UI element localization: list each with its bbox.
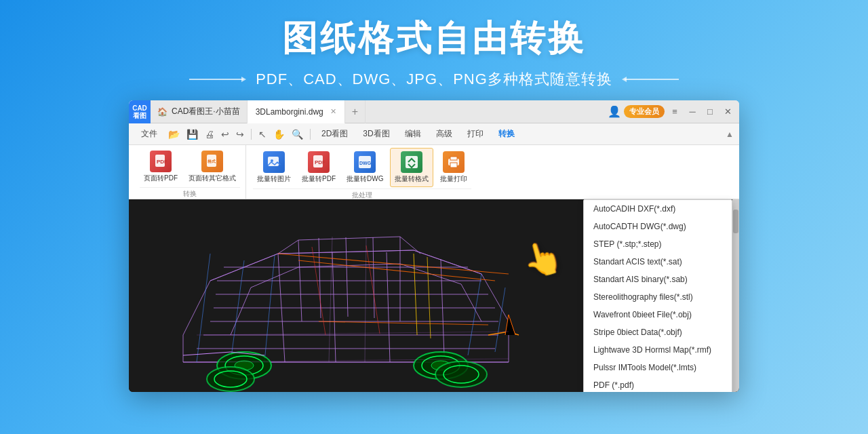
print-icon[interactable]: 🖨 bbox=[202, 129, 217, 140]
open-icon[interactable]: 📂 bbox=[165, 129, 182, 140]
save-icon[interactable]: 💾 bbox=[184, 129, 201, 140]
header-section: 图纸格式自由转换 PDF、CAD、DWG、JPG、PNG多种格式随意转换 bbox=[0, 0, 868, 90]
page-to-other-icon: 格式 bbox=[201, 151, 223, 172]
title-bar-right: 👤 专业会员 ≡ ─ □ ✕ bbox=[608, 104, 739, 119]
svg-rect-13 bbox=[450, 157, 457, 160]
toolbar-separator-1 bbox=[251, 129, 252, 140]
toolbar-advanced[interactable]: 高级 bbox=[429, 126, 459, 142]
ribbon-buttons-convert: PDF 页面转PDF 格式 页面转其它格式 bbox=[140, 148, 240, 186]
batch-dwg-icon: DWG bbox=[354, 151, 376, 173]
dropdown-item-rmf[interactable]: Lightwave 3D Hormsl Map(*.rmf) bbox=[584, 341, 732, 359]
batch-image-label: 批量转图片 bbox=[257, 174, 291, 184]
page-to-pdf-label: 页面转PDF bbox=[144, 174, 178, 183]
page-to-other-button[interactable]: 格式 页面转其它格式 bbox=[184, 148, 240, 186]
home-tab[interactable]: 🏠 CAD看图王·小苗苗 bbox=[151, 100, 248, 123]
user-icon: 👤 bbox=[608, 105, 621, 118]
svg-rect-14 bbox=[129, 199, 549, 392]
toolbar-3d[interactable]: 3D看图 bbox=[356, 126, 396, 142]
page-to-pdf-icon: PDF bbox=[150, 151, 172, 172]
dropdown-item-obj[interactable]: Wavefront 0bieet File(*.obj) bbox=[584, 306, 732, 323]
batch-print-label: 批量打印 bbox=[440, 174, 467, 184]
close-button[interactable]: ✕ bbox=[720, 104, 735, 119]
batch-format-label: 批量转格式 bbox=[395, 174, 429, 184]
ribbon-buttons-batch: 批量转图片 PDF 批量转PDF DWG 批量转DWG bbox=[253, 148, 471, 187]
dropdown-item-dxf[interactable]: AutoCADIH DXF(*.dxf) bbox=[584, 200, 732, 218]
app-window: CAD看图 🏠 CAD看图王·小苗苗 3DLamborgini.dwg ✕ + … bbox=[129, 100, 739, 392]
ribbon-section-convert: PDF 页面转PDF 格式 页面转其它格式 转换 bbox=[134, 145, 246, 199]
format-dropdown-menu: AutoCADIH DXF(*.dxf) AutoCADTH DWG(*.dwg… bbox=[583, 199, 732, 392]
zoom-icon[interactable]: 🔍 bbox=[289, 129, 306, 140]
home-icon: 🏠 bbox=[157, 107, 167, 117]
page-to-pdf-button[interactable]: PDF 页面转PDF bbox=[140, 148, 182, 186]
svg-text:PDF: PDF bbox=[157, 159, 167, 165]
toolbar-convert[interactable]: 转换 bbox=[492, 126, 521, 142]
toolbar-separator-2 bbox=[310, 129, 311, 140]
collapse-ribbon-button[interactable]: ▲ bbox=[726, 130, 734, 139]
svg-rect-12 bbox=[450, 163, 457, 167]
dropdown-item-sat[interactable]: Standart ACIS text(*.sat) bbox=[584, 253, 732, 271]
home-tab-label: CAD看图王·小苗苗 bbox=[172, 106, 240, 117]
svg-text:PDF: PDF bbox=[315, 159, 326, 165]
batch-image-icon bbox=[263, 151, 285, 173]
logo-text: CAD看图 bbox=[132, 104, 147, 119]
toolbar-file[interactable]: 文件 bbox=[134, 126, 164, 142]
batch-dwg-button[interactable]: DWG 批量转DWG bbox=[342, 149, 387, 186]
scrollbar[interactable] bbox=[732, 199, 739, 392]
batch-print-button[interactable]: 批量打印 bbox=[436, 149, 471, 186]
svg-rect-4 bbox=[268, 157, 279, 166]
ribbon: PDF 页面转PDF 格式 页面转其它格式 转换 bbox=[129, 145, 739, 199]
dropdown-item-dwg[interactable]: AutoCADTH DWG(*.dwg) bbox=[584, 218, 732, 235]
pan-icon[interactable]: ✋ bbox=[271, 129, 288, 140]
add-tab-button[interactable]: + bbox=[345, 100, 366, 123]
app-logo: CAD看图 bbox=[129, 100, 151, 123]
tab-close-icon[interactable]: ✕ bbox=[330, 107, 336, 116]
tab-bar: 🏠 CAD看图王·小苗苗 3DLamborgini.dwg ✕ + bbox=[151, 100, 608, 123]
vip-badge[interactable]: 专业会员 bbox=[624, 105, 665, 118]
file-tab[interactable]: 3DLamborgini.dwg ✕ bbox=[248, 100, 345, 123]
maximize-button[interactable]: □ bbox=[703, 104, 717, 119]
title-bar: CAD看图 🏠 CAD看图王·小苗苗 3DLamborgini.dwg ✕ + … bbox=[129, 100, 739, 123]
main-title: 图纸格式自由转换 bbox=[0, 15, 868, 62]
batch-section-label: 批处理 bbox=[253, 189, 471, 200]
left-decorator bbox=[189, 79, 243, 80]
sub-title-row: PDF、CAD、DWG、JPG、PNG多种格式随意转换 bbox=[0, 69, 868, 90]
svg-text:DWG: DWG bbox=[359, 161, 372, 165]
batch-dwg-label: 批量转DWG bbox=[347, 174, 383, 184]
sub-title: PDF、CAD、DWG、JPG、PNG多种格式随意转换 bbox=[256, 69, 612, 90]
undo-icon[interactable]: ↩ bbox=[218, 129, 232, 140]
minimize-button[interactable]: ─ bbox=[685, 104, 700, 119]
ribbon-section-batch: 批量转图片 PDF 批量转PDF DWG 批量转DWG bbox=[248, 145, 477, 199]
dropdown-item-pdf[interactable]: PDF (*.pdf) bbox=[584, 376, 732, 392]
page-to-other-label: 页面转其它格式 bbox=[189, 174, 236, 183]
batch-image-button[interactable]: 批量转图片 bbox=[253, 149, 295, 186]
batch-pdf-icon: PDF bbox=[308, 151, 330, 173]
toolbar-edit[interactable]: 编辑 bbox=[398, 126, 428, 142]
toolbar-2d[interactable]: 2D看图 bbox=[315, 126, 355, 142]
right-decorator bbox=[625, 79, 679, 80]
dropdown-item-lmts[interactable]: Pulssr IMTools Model(*.lmts) bbox=[584, 359, 732, 376]
toolbar: 文件 📂 💾 🖨 ↩ ↪ ↖ ✋ 🔍 2D看图 3D看图 编辑 高级 打印 转换… bbox=[129, 123, 739, 145]
batch-pdf-button[interactable]: PDF 批量转PDF bbox=[298, 149, 340, 186]
batch-format-icon bbox=[401, 151, 422, 173]
svg-text:格式: 格式 bbox=[207, 159, 216, 163]
dropdown-item-stl[interactable]: Stereolithography files(*.stl) bbox=[584, 288, 732, 306]
redo-icon[interactable]: ↪ bbox=[233, 129, 247, 140]
batch-pdf-label: 批量转PDF bbox=[302, 174, 336, 184]
batch-print-icon bbox=[443, 151, 465, 173]
dropdown-item-step[interactable]: STEP (*.stp;*.step) bbox=[584, 235, 732, 253]
content-area: 👆 AutoCADIH DXF(*.dxf) AutoCADTH DWG(*.d… bbox=[129, 199, 739, 392]
select-icon[interactable]: ↖ bbox=[256, 129, 269, 140]
dropdown-item-sab[interactable]: Standart AIS binary(*.sab) bbox=[584, 271, 732, 288]
file-tab-label: 3DLamborgini.dwg bbox=[256, 107, 323, 117]
dropdown-item-objf[interactable]: Stripe 0biect Data(*.objf) bbox=[584, 323, 732, 341]
hamburger-button[interactable]: ≡ bbox=[667, 104, 682, 119]
batch-format-button[interactable]: 批量转格式 bbox=[390, 148, 433, 187]
toolbar-print[interactable]: 打印 bbox=[460, 126, 490, 142]
convert-section-label: 转换 bbox=[140, 187, 240, 199]
car-wireframe-svg bbox=[129, 199, 549, 392]
scrollbar-thumb bbox=[733, 210, 738, 233]
